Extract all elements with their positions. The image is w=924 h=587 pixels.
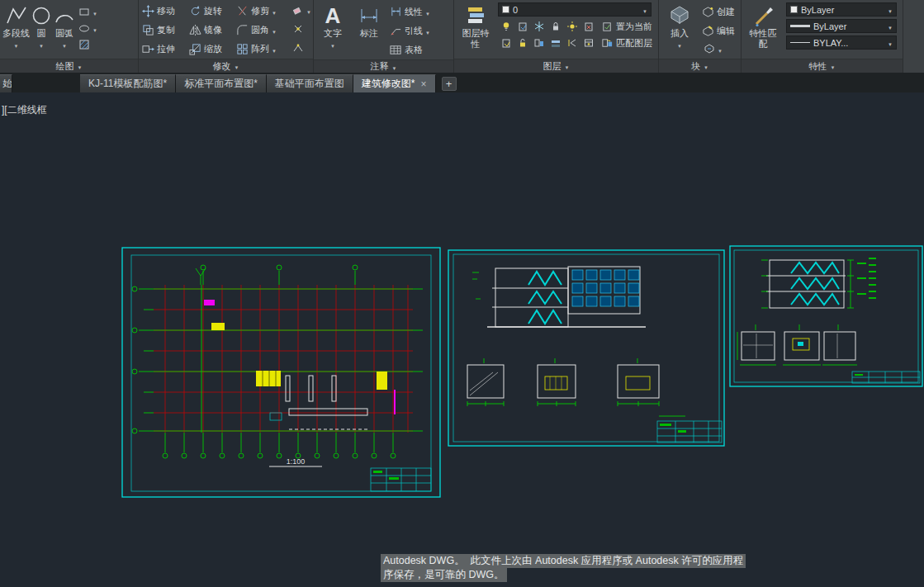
chevron-down-icon: [62, 40, 67, 50]
scale-icon: [189, 43, 201, 55]
annotate-panel-label: 注释: [371, 60, 389, 73]
layer-unisolate-button[interactable]: [498, 35, 514, 51]
layer-off-button[interactable]: [498, 18, 514, 35]
modify-panel-label: 修改: [213, 60, 231, 73]
file-tab-active[interactable]: 建筑修改图*: [353, 74, 436, 92]
join-button[interactable]: [290, 40, 306, 56]
dimension-button[interactable]: 标注: [353, 2, 386, 59]
mirror-button[interactable]: 镜像: [188, 21, 235, 40]
annotate-panel-expander[interactable]: 注释: [314, 59, 453, 73]
hatch-tool-button[interactable]: [76, 36, 92, 53]
properties-panel-expander[interactable]: 特性: [742, 59, 903, 73]
polyline-icon: [5, 4, 28, 27]
stretch-button[interactable]: 拉伸: [141, 40, 188, 59]
close-icon[interactable]: [420, 78, 426, 90]
trim-button[interactable]: 修剪: [235, 2, 290, 21]
plan-drawing-sheet[interactable]: 1:100: [122, 248, 440, 497]
model-space[interactable]: 1:100: [0, 92, 924, 587]
insert-block-button[interactable]: 插入: [661, 2, 698, 59]
move-button[interactable]: 移动: [141, 2, 188, 21]
polyline-button[interactable]: 多段线: [2, 2, 30, 59]
table-button[interactable]: 表格: [389, 40, 431, 59]
trim-label: 修剪: [251, 5, 269, 17]
plan-scale-label: 1:100: [287, 457, 306, 466]
match-properties-button[interactable]: 特性匹配: [744, 2, 782, 59]
erase-button[interactable]: [290, 2, 306, 18]
layer-thaw-button[interactable]: [580, 18, 597, 35]
lineweight-glyph: [790, 25, 810, 27]
drawing-canvas[interactable]: ][二维线框 1:100: [0, 92, 924, 587]
layers-panel-expander[interactable]: 图层: [454, 59, 658, 73]
layer-unlock-button[interactable]: [514, 35, 531, 51]
layer-isolate-button[interactable]: [514, 18, 531, 35]
polyline-label: 多段线: [2, 28, 30, 39]
match-properties-label: 特性匹配: [748, 28, 778, 49]
notice-line: 序保存，是可靠的 DWG。: [381, 568, 507, 582]
layer-walk-button[interactable]: [531, 35, 547, 51]
color-dropdown[interactable]: ByLayer: [786, 2, 897, 17]
create-block-button[interactable]: 创建: [701, 2, 736, 21]
linetype-dropdown[interactable]: BYLAY...: [786, 36, 897, 50]
rectangle-icon: [78, 6, 90, 17]
lineweight-dropdown[interactable]: ByLayer: [786, 19, 897, 33]
scale-button[interactable]: 缩放: [188, 40, 235, 59]
array-button[interactable]: 阵列: [235, 40, 290, 59]
file-tab-start-partial[interactable]: 始: [0, 74, 12, 92]
chevron-down-icon: [272, 26, 277, 36]
table-icon: [390, 44, 402, 56]
section-drawing-sheet[interactable]: [730, 246, 922, 386]
layer-fade-button[interactable]: [547, 35, 564, 51]
leader-button[interactable]: 引线: [389, 21, 431, 40]
arc-button[interactable]: 圆弧: [53, 2, 76, 59]
layer-unlock-icon: [517, 37, 528, 49]
scale-label: 缩放: [204, 43, 222, 55]
layer-previous-button[interactable]: [564, 35, 580, 51]
modify-panel-expander[interactable]: 修改: [139, 59, 313, 73]
copy-icon: [142, 24, 154, 36]
chevron-down-icon: [272, 7, 277, 17]
file-tab-2[interactable]: 标准平面布置图*: [176, 74, 267, 92]
chevron-down-icon: [92, 4, 97, 19]
match-layer-button[interactable]: 匹配图层: [600, 34, 653, 53]
file-tab-1[interactable]: KJ-11模板配筋图*: [80, 74, 176, 92]
layer-dropdown[interactable]: 0: [498, 2, 652, 17]
circle-button[interactable]: 圆: [30, 2, 53, 59]
edit-block-button[interactable]: 编辑: [701, 21, 736, 40]
file-tab-3[interactable]: 基础平面布置图: [267, 74, 353, 92]
layer-properties-button[interactable]: 图层特性: [457, 2, 495, 59]
copy-button[interactable]: 复制: [141, 21, 188, 40]
rotate-button[interactable]: 旋转: [188, 2, 235, 21]
draw-panel-expander[interactable]: 绘图: [0, 59, 138, 73]
layer-freeze-button[interactable]: [531, 18, 547, 35]
chevron-down-icon: [330, 40, 335, 50]
linear-dim-button[interactable]: 线性: [389, 2, 431, 21]
arc-icon: [53, 4, 76, 27]
linetype-glyph: [790, 42, 810, 43]
ribbon-panel-modify: 移动 旋转 修剪 复制 镜像 圆角 拉伸 缩放 阵列 修改: [139, 0, 314, 73]
layer-properties-label: 图层特性: [461, 28, 490, 49]
erase-icon: [292, 4, 304, 16]
leader-label: 引线: [405, 25, 423, 37]
ellipse-tool-button[interactable]: [76, 20, 92, 36]
block-panel-expander[interactable]: 块: [659, 59, 741, 73]
fillet-button[interactable]: 圆角: [235, 21, 290, 40]
layer-state-button[interactable]: [580, 35, 597, 51]
rectangle-tool-button[interactable]: [76, 3, 92, 20]
hatch-icon: [78, 39, 90, 50]
linetype-value: BYLAY...: [813, 38, 848, 48]
elevation-drawing-sheet[interactable]: [448, 250, 724, 446]
dimension-icon: [358, 4, 381, 27]
layer-properties-icon: [464, 4, 487, 27]
new-tab-button[interactable]: +: [442, 77, 457, 91]
notice-line: Autodesk DWG。 此文件上次由 Autodesk 应用程序或 Auto…: [381, 554, 746, 568]
layer-isolate-icon: [517, 21, 528, 32]
explode-button[interactable]: [290, 21, 306, 37]
text-button[interactable]: A 文字: [316, 2, 349, 59]
chevron-down-icon: [718, 41, 723, 56]
layer-lock-button[interactable]: [547, 18, 564, 35]
mirror-label: 镜像: [204, 24, 222, 36]
block-attributes-button[interactable]: [701, 40, 718, 57]
object-color-value: ByLayer: [801, 5, 834, 15]
layer-on-button[interactable]: [564, 18, 580, 35]
create-block-icon: [702, 6, 714, 18]
